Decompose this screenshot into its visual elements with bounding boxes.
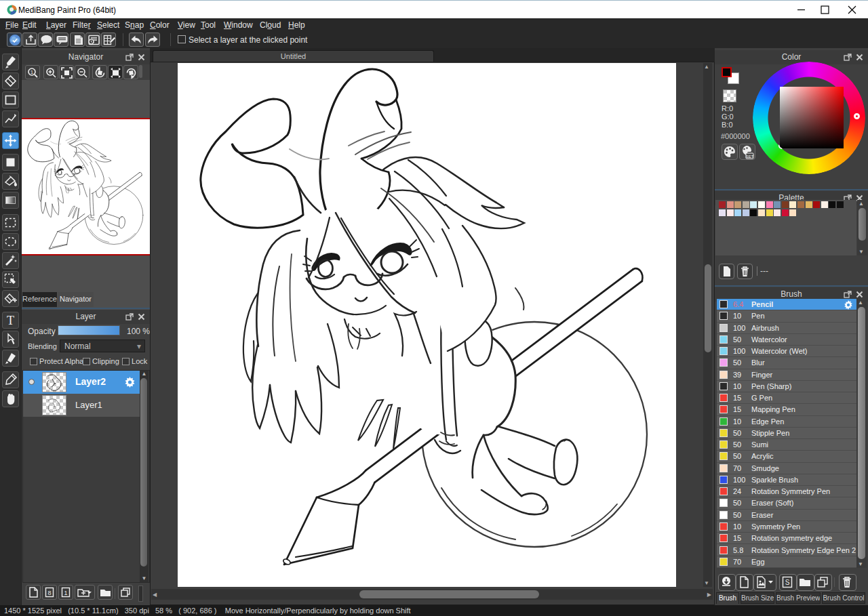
- svg-text:SET: SET: [746, 155, 754, 159]
- svg-text:8: 8: [47, 590, 51, 596]
- svg-text:S: S: [785, 579, 790, 586]
- svg-text:1: 1: [64, 590, 67, 596]
- svg-text:1: 1: [31, 69, 34, 75]
- svg-text:T: T: [7, 314, 14, 327]
